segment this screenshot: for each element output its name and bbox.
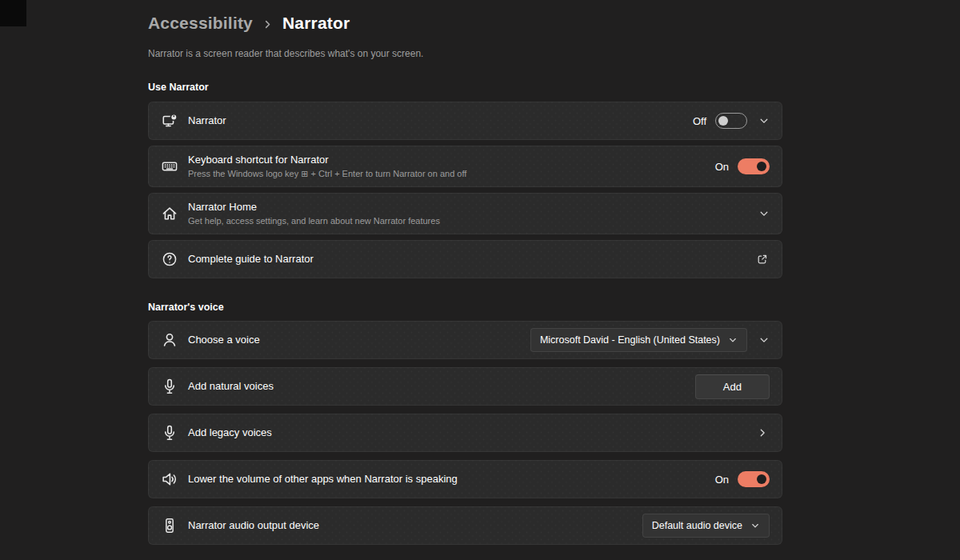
dropdown-audio-output[interactable]: Default audio device bbox=[642, 514, 770, 538]
dropdown-choose-voice[interactable]: Microsoft David - English (United States… bbox=[530, 328, 747, 352]
settings-row-complete-guide[interactable]: Complete guide to Narrator bbox=[148, 240, 782, 278]
row-text: Add natural voices bbox=[188, 380, 695, 393]
row-text: Lower the volume of other apps when Narr… bbox=[188, 473, 715, 486]
toggle-state-label: Off bbox=[693, 115, 706, 127]
settings-row-add-legacy-voices[interactable]: Add legacy voices bbox=[148, 414, 782, 452]
row-controls: Microsoft David - English (United States… bbox=[530, 328, 770, 352]
breadcrumb-chevron-icon bbox=[262, 19, 273, 30]
section-0: Use NarratorNarratorOffKeyboard shortcut… bbox=[148, 82, 782, 278]
dropdown-value: Default audio device bbox=[652, 520, 742, 531]
toggle-knob bbox=[757, 162, 766, 171]
page-title: Narrator bbox=[282, 14, 350, 33]
chevron-down-icon[interactable] bbox=[758, 208, 770, 219]
row-controls: Off bbox=[693, 113, 770, 129]
row-label: Choose a voice bbox=[188, 334, 521, 346]
row-sublabel: Press the Windows logo key ⊞ + Ctrl + En… bbox=[188, 169, 706, 179]
row-text: Narrator bbox=[188, 114, 693, 127]
row-controls: Default audio device bbox=[642, 514, 770, 538]
row-text: Choose a voice bbox=[188, 334, 530, 346]
settings-sections: Use NarratorNarratorOffKeyboard shortcut… bbox=[148, 82, 782, 545]
settings-row-narrator[interactable]: NarratorOff bbox=[148, 102, 782, 140]
toggle-state-label: On bbox=[715, 161, 729, 173]
keyboard-icon bbox=[162, 158, 178, 174]
settings-row-keyboard-shortcut: Keyboard shortcut for NarratorPress the … bbox=[148, 146, 782, 187]
narrator-icon bbox=[162, 113, 178, 129]
row-label: Lower the volume of other apps when Narr… bbox=[188, 473, 706, 486]
row-controls: On bbox=[715, 158, 770, 174]
audio-output-icon bbox=[162, 518, 178, 534]
row-label: Complete guide to Narrator bbox=[188, 253, 746, 266]
settings-row-audio-output: Narrator audio output deviceDefault audi… bbox=[148, 506, 782, 545]
toggle-switch[interactable] bbox=[715, 113, 747, 129]
section-1: Narrator's voiceChoose a voiceMicrosoft … bbox=[148, 302, 782, 545]
settings-row-add-natural-voices: Add natural voicesAdd bbox=[148, 367, 782, 406]
microphone-icon bbox=[162, 425, 178, 441]
chevron-down-icon bbox=[728, 335, 738, 345]
settings-page: Accessibility Narrator Narrator is a scr… bbox=[148, 0, 782, 553]
chevron-down-icon[interactable] bbox=[758, 334, 770, 346]
toggle-knob bbox=[718, 116, 728, 126]
row-label: Add natural voices bbox=[188, 380, 686, 393]
row-controls bbox=[747, 208, 770, 219]
row-label: Narrator Home bbox=[188, 201, 738, 214]
row-text: Narrator HomeGet help, access settings, … bbox=[188, 201, 747, 226]
section-title: Narrator's voice bbox=[148, 302, 782, 313]
toggle-state-label: On bbox=[715, 474, 729, 486]
row-text: Narrator audio output device bbox=[188, 519, 642, 532]
section-title: Use Narrator bbox=[148, 82, 782, 93]
external-link-icon bbox=[756, 254, 768, 266]
microphone-icon bbox=[162, 378, 178, 394]
window-corner bbox=[0, 0, 26, 26]
row-controls bbox=[757, 427, 770, 438]
home-icon bbox=[162, 206, 178, 222]
row-controls bbox=[756, 254, 770, 266]
row-controls: Add bbox=[695, 374, 770, 399]
row-label: Add legacy voices bbox=[188, 426, 747, 439]
settings-row-choose-voice[interactable]: Choose a voiceMicrosoft David - English … bbox=[148, 321, 782, 359]
row-text: Keyboard shortcut for NarratorPress the … bbox=[188, 154, 715, 179]
add-button[interactable]: Add bbox=[695, 374, 770, 399]
toggle-switch[interactable] bbox=[738, 471, 770, 487]
toggle-knob bbox=[757, 474, 766, 484]
row-controls: On bbox=[715, 471, 770, 487]
row-sublabel: Get help, access settings, and learn abo… bbox=[188, 216, 738, 226]
speaker-volume-icon bbox=[162, 471, 178, 487]
settings-row-narrator-home[interactable]: Narrator HomeGet help, access settings, … bbox=[148, 193, 782, 234]
chevron-down-icon bbox=[750, 521, 760, 530]
row-label: Narrator bbox=[188, 114, 683, 127]
dropdown-value: Microsoft David - English (United States… bbox=[540, 334, 720, 346]
toggle-switch[interactable] bbox=[738, 158, 770, 174]
help-circle-icon bbox=[162, 251, 178, 267]
settings-row-lower-volume: Lower the volume of other apps when Narr… bbox=[148, 460, 782, 498]
person-icon bbox=[162, 332, 178, 348]
row-label: Keyboard shortcut for Narrator bbox=[188, 154, 706, 166]
chevron-right-icon bbox=[757, 427, 768, 438]
row-label: Narrator audio output device bbox=[188, 519, 633, 532]
row-text: Add legacy voices bbox=[188, 426, 757, 439]
chevron-down-icon[interactable] bbox=[758, 115, 770, 126]
breadcrumb-parent[interactable]: Accessibility bbox=[148, 14, 253, 33]
page-description: Narrator is a screen reader that describ… bbox=[148, 48, 782, 59]
row-text: Complete guide to Narrator bbox=[188, 253, 756, 266]
breadcrumb: Accessibility Narrator bbox=[148, 12, 782, 34]
